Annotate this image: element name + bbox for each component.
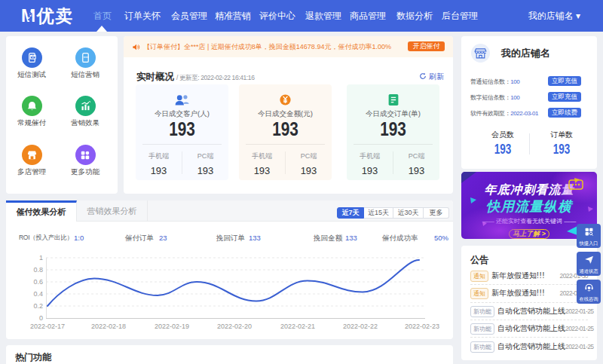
svg-text:2022-02-23: 2022-02-23 bbox=[405, 323, 439, 330]
svg-text:0.6: 0.6 bbox=[33, 278, 43, 286]
svg-text:0: 0 bbox=[39, 314, 43, 322]
svg-text:2022-02-18: 2022-02-18 bbox=[91, 323, 126, 330]
svg-text:0.8: 0.8 bbox=[33, 266, 43, 274]
svg-text:2022-02-21: 2022-02-21 bbox=[280, 323, 315, 330]
svg-text:2022-02-22: 2022-02-22 bbox=[343, 323, 378, 330]
svg-text:2022-02-20: 2022-02-20 bbox=[217, 323, 252, 330]
svg-text:1: 1 bbox=[39, 254, 43, 262]
svg-text:0.4: 0.4 bbox=[33, 290, 43, 298]
svg-text:2022-02-19: 2022-02-19 bbox=[155, 323, 189, 330]
svg-text:0.2: 0.2 bbox=[33, 302, 43, 310]
svg-text:2022-02-17: 2022-02-17 bbox=[30, 323, 65, 330]
